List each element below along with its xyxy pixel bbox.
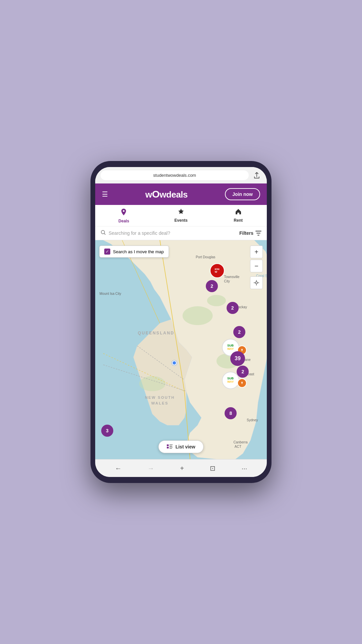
list-view-button[interactable]: List view — [158, 440, 203, 453]
cluster-marker-townsville[interactable]: 2 — [206, 280, 218, 292]
svg-rect-27 — [169, 444, 173, 445]
svg-rect-28 — [169, 446, 172, 446]
svg-text:Port Douglas: Port Douglas — [196, 255, 216, 259]
svg-text:Townsville: Townsville — [224, 275, 240, 279]
svg-text:ACT: ACT — [235, 445, 241, 448]
rent-label: Rent — [234, 218, 243, 223]
events-label: Events — [174, 218, 187, 223]
deals-label: Deals — [118, 219, 129, 223]
svg-text:WALES: WALES — [151, 401, 168, 405]
cluster-marker-sydney[interactable]: 8 — [225, 407, 237, 419]
svg-text:Mount Isa City: Mount Isa City — [100, 292, 122, 296]
svg-point-24 — [255, 282, 257, 284]
browser-bar: studentwowdeals.com — [95, 167, 267, 183]
search-as-i-move-bar[interactable]: ✓ Search as I move the map — [99, 246, 169, 258]
menu-icon[interactable]: ☰ — [102, 190, 108, 198]
map-controls: + − — [250, 246, 263, 289]
svg-text:Canberra: Canberra — [233, 440, 248, 444]
cluster-marker-midcoast[interactable]: 2 — [233, 326, 245, 338]
rent-icon — [235, 208, 242, 217]
zoom-in-button[interactable]: + — [250, 246, 263, 258]
svg-point-5 — [139, 376, 166, 391]
svg-rect-30 — [169, 448, 172, 449]
red-marker[interactable]: IONW — [210, 263, 225, 278]
svg-text:City: City — [224, 279, 230, 283]
browser-nav: ← → + ⊡ ··· — [95, 459, 267, 477]
phone-screen: studentwowdeals.com ☰ wOwdeals Join now — [95, 167, 267, 477]
svg-rect-29 — [169, 447, 173, 447]
subway-marker-2[interactable]: SUB WAY — [222, 372, 247, 389]
svg-rect-25 — [167, 444, 169, 446]
deals-icon — [120, 208, 127, 217]
cluster-marker-mackay[interactable]: 2 — [227, 302, 239, 314]
add-tab-button[interactable]: + — [176, 463, 188, 474]
search-move-label: Search as I move the map — [113, 249, 164, 254]
search-bar: Searching for a specific deal? Filters — [95, 226, 267, 240]
tab-rent[interactable]: Rent — [227, 208, 250, 223]
filters-label: Filters — [239, 230, 253, 236]
svg-point-2 — [183, 306, 213, 325]
location-button[interactable] — [250, 276, 263, 289]
svg-point-4 — [207, 295, 226, 306]
tabs-button[interactable]: ⊡ — [206, 463, 220, 474]
search-input-area[interactable]: Searching for a specific deal? — [101, 230, 236, 236]
search-move-checkbox[interactable]: ✓ — [104, 249, 110, 255]
phone-shell: studentwowdeals.com ☰ wOwdeals Join now — [90, 161, 272, 483]
logo: wOwdeals — [145, 189, 188, 200]
svg-text:Sydney: Sydney — [247, 418, 258, 422]
search-icon — [101, 230, 106, 236]
forward-button[interactable]: → — [143, 463, 158, 474]
join-now-button[interactable]: Join now — [225, 188, 260, 200]
app-header: ☰ wOwdeals Join now — [95, 183, 267, 205]
nav-tabs: Deals Events Rent — [95, 205, 267, 226]
current-location-dot — [172, 361, 177, 365]
tab-deals[interactable]: Deals — [112, 208, 135, 223]
url-bar[interactable]: studentwowdeals.com — [101, 170, 249, 180]
back-button[interactable]: ← — [111, 463, 126, 474]
tab-events[interactable]: Events — [169, 208, 193, 223]
svg-rect-26 — [167, 447, 169, 448]
svg-text:NEW SOUTH: NEW SOUTH — [145, 395, 175, 399]
more-button[interactable]: ··· — [238, 463, 251, 474]
map-container[interactable]: QUEENSLAND NEW SOUTH WALES Port Douglas … — [95, 240, 267, 459]
cluster-marker-bottom-left[interactable]: 3 — [101, 425, 113, 437]
filters-button[interactable]: Filters — [239, 230, 261, 236]
list-view-label: List view — [175, 444, 195, 449]
zoom-out-button[interactable]: − — [250, 260, 263, 272]
search-placeholder: Searching for a specific deal? — [109, 230, 170, 236]
events-icon — [178, 208, 184, 217]
svg-text:QUEENSLAND: QUEENSLAND — [138, 331, 174, 335]
cluster-marker-brisbane[interactable]: 39 — [230, 351, 245, 366]
share-button[interactable] — [252, 171, 261, 180]
